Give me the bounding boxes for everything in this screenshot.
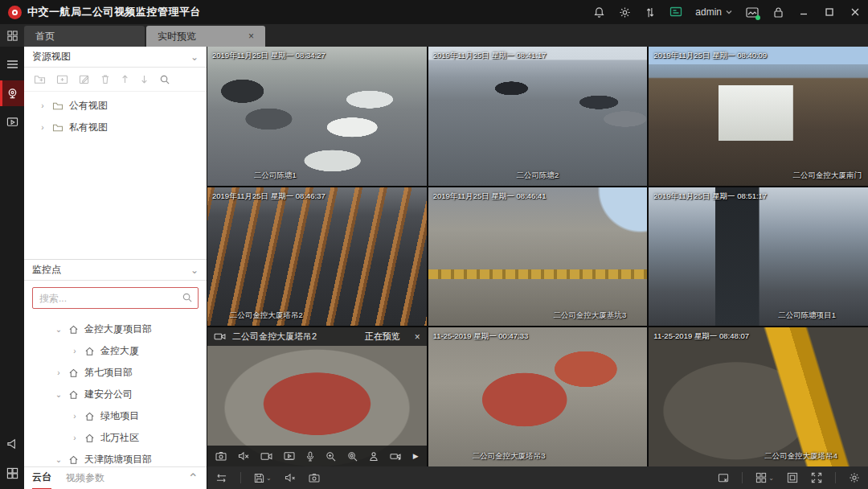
osd-camera-name: 二公司陈塘2 (517, 171, 559, 181)
single-screen-icon[interactable] (787, 472, 798, 483)
expand-chevron-icon[interactable]: › (39, 101, 47, 110)
video-cell-9[interactable]: 11-25-2019 星期一 08:48:07 二公司金控大厦塔吊4 (649, 327, 868, 466)
tree-item-site[interactable]: ⌄ 天津陈塘项目部 (24, 449, 207, 466)
tree-item-site[interactable]: › 绿地项目 (24, 405, 207, 427)
instant-playback-icon[interactable] (284, 451, 295, 461)
search-input[interactable] (32, 287, 199, 309)
settings-gear-icon[interactable] (618, 6, 631, 18)
tree-item-site[interactable]: ⌄ 建安分公司 (24, 384, 207, 405)
settings-icon[interactable] (849, 472, 860, 483)
tab-video-params[interactable]: 视频参数 (66, 467, 104, 489)
rail-live-camera-icon[interactable] (0, 80, 24, 106)
tab-close-icon[interactable]: × (248, 31, 254, 42)
collapse-up-icon[interactable]: ⌃ (188, 471, 199, 486)
collapse-chevron-icon[interactable]: ⌄ (55, 325, 63, 334)
expand-chevron-icon[interactable]: › (39, 123, 47, 132)
mute-all-icon[interactable] (285, 473, 296, 483)
resource-view-header[interactable]: 资源视图 ⌄ (24, 47, 207, 68)
close-all-icon[interactable] (718, 473, 729, 483)
video-cell-8[interactable]: 11-25-2019 星期一 00:47:33 二公司金控大厦塔吊3 (428, 327, 648, 466)
preset-icon[interactable] (369, 451, 379, 462)
tree-item-label: 第七项目部 (84, 366, 133, 380)
rail-video-wall-icon[interactable] (0, 460, 24, 486)
record-icon[interactable] (260, 452, 272, 461)
expand-chevron-icon[interactable]: › (71, 347, 79, 355)
video-cell-7-selected[interactable]: 二公司金控大厦塔吊2 正在预览 × ▶ (207, 327, 427, 466)
microphone-icon[interactable] (306, 451, 314, 462)
tree-item-site[interactable]: › 第七项目部 (24, 362, 207, 384)
rail-playback-icon[interactable] (0, 109, 24, 135)
side-panel: 资源视图 ⌄ › 公有视图 › (24, 47, 207, 489)
video-cell-6[interactable]: 2019年11月25日 星期一 08:51:17 二公司陈塘项目1 (649, 187, 868, 327)
data-transfer-icon[interactable] (644, 6, 657, 18)
tab-bar: 首页 实时预览 × (0, 24, 868, 47)
add-view-icon[interactable] (34, 74, 46, 84)
home-icon (68, 455, 79, 465)
screenshot-status-icon[interactable] (746, 6, 759, 18)
user-menu[interactable]: admin (695, 6, 733, 18)
snapshot-all-icon[interactable] (309, 473, 320, 483)
tree-item-site[interactable]: › 北万社区 (24, 427, 207, 449)
minimize-button[interactable] (797, 6, 810, 18)
close-button[interactable] (849, 6, 862, 18)
apps-grid-icon[interactable] (0, 24, 24, 47)
osd-camera-name: 二公司金控大厦南门 (792, 171, 862, 181)
move-up-icon[interactable] (121, 74, 129, 84)
tree-item-private-views[interactable]: › 私有视图 (24, 117, 207, 138)
selected-cell-header: 二公司金控大厦塔吊2 正在预览 × (207, 327, 427, 346)
snapshot-icon[interactable] (215, 451, 227, 461)
move-down-icon[interactable] (140, 74, 149, 84)
expand-chevron-icon[interactable]: › (71, 434, 79, 442)
rail-broadcast-icon[interactable] (0, 431, 24, 457)
zoom-in-icon[interactable] (326, 451, 336, 462)
video-cell-4[interactable]: 2019年11月25日 星期一 08:46:37 二公司金控大厦塔吊2 (207, 187, 427, 327)
tree-item-label: 私有视图 (69, 121, 108, 134)
add-group-icon[interactable] (56, 74, 68, 84)
stream-switch-icon[interactable] (215, 473, 227, 483)
osd-timestamp: 11-25-2019 星期一 08:48:07 (653, 331, 749, 342)
video-cell-3[interactable]: 2019年11月25日 星期一 08:40:09 二公司金控大厦南门 (649, 47, 868, 186)
edit-icon[interactable] (79, 74, 90, 84)
notification-bell-icon[interactable] (592, 6, 605, 18)
more-tools-arrow-icon[interactable]: ▶ (413, 452, 419, 460)
video-cell-5[interactable]: 2019年11月25日 星期一 08:46:41 二公司金控大厦基坑3 (428, 187, 648, 327)
tab-ptz[interactable]: 云台 (32, 467, 51, 489)
tree-item-site[interactable]: › 金控大厦 (24, 340, 207, 362)
video-cell-1[interactable]: 2019年11月25日 星期一 08:34:27 二公司陈塘1 (207, 47, 427, 186)
zoom-3d-icon[interactable] (347, 451, 358, 462)
search-icon[interactable] (182, 292, 193, 303)
fullscreen-icon[interactable] (811, 472, 822, 483)
selected-camera-title: 二公司金控大厦塔吊2 (232, 331, 317, 343)
collapse-chevron-icon[interactable]: ⌄ (55, 455, 63, 464)
osd-timestamp: 2019年11月25日 星期一 08:41:17 (433, 51, 547, 61)
tree-item-site[interactable]: ⌄ 金控大厦项目部 (24, 318, 207, 340)
save-view-button[interactable]: ⌄ (254, 473, 272, 483)
storage-monitor-icon[interactable] (669, 6, 682, 18)
tab-home[interactable]: 首页 (24, 26, 145, 47)
mute-icon[interactable] (238, 451, 249, 461)
video-cell-2[interactable]: 2019年11月25日 星期一 08:41:17 二公司陈塘2 (428, 47, 648, 186)
tree-item-public-views[interactable]: › 公有视图 (24, 95, 207, 117)
delete-icon[interactable] (100, 74, 110, 84)
folder-icon (52, 123, 63, 133)
lock-icon[interactable] (772, 6, 784, 18)
grid-layout-button[interactable]: ⌄ (755, 472, 774, 483)
expand-chevron-icon[interactable]: › (55, 368, 63, 377)
osd-camera-name: 二公司陈塘1 (254, 171, 297, 181)
rail-menu-icon[interactable] (0, 51, 24, 77)
chevron-down-icon[interactable]: ⌄ (190, 51, 199, 63)
tab-live-preview[interactable]: 实时预览 × (146, 26, 265, 47)
grid-layout-icon (755, 472, 767, 483)
chevron-down-icon[interactable]: ⌄ (190, 265, 199, 276)
monitor-points-section: 监控点 ⌄ ⌄ 金控大厦项目部 › 金控大厦 › (24, 259, 207, 466)
ptz-control-icon[interactable] (390, 451, 401, 462)
monitor-points-header[interactable]: 监控点 ⌄ (24, 260, 207, 281)
expand-chevron-icon[interactable]: › (71, 412, 79, 421)
collapse-chevron-icon[interactable]: ⌄ (55, 390, 63, 399)
close-preview-icon[interactable]: × (415, 331, 420, 343)
resource-view-section: 资源视图 ⌄ › 公有视图 › (24, 47, 207, 259)
title-bar: 中交一航局二公司视频监控管理平台 admin (0, 0, 868, 24)
tree-item-label: 金控大厦 (100, 344, 139, 358)
maximize-button[interactable] (823, 6, 836, 18)
search-icon[interactable] (159, 74, 170, 85)
